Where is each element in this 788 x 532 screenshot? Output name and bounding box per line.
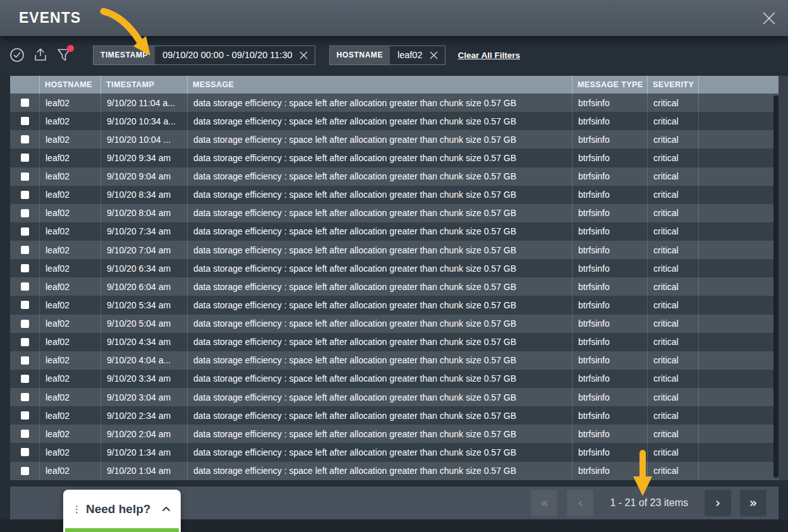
table-row: leaf029/10/20 5:04 amdata storage effici… (10, 315, 779, 333)
hostname-cell: leaf02 (39, 241, 100, 259)
timestamp-cell: 9/10/20 1:34 am (100, 443, 187, 461)
page-title: EVENTS (19, 9, 81, 27)
events-dialog: EVENTS TIMESTAMP 09/10/20 00:00 - 09/10/… (0, 0, 788, 532)
empty-cell (698, 333, 779, 351)
row-checkbox[interactable] (21, 209, 29, 217)
table-row: leaf029/10/20 1:04 amdata storage effici… (10, 462, 779, 480)
table-row: leaf029/10/20 6:34 amdata storage effici… (10, 259, 779, 277)
row-checkbox[interactable] (21, 154, 29, 162)
message-cell: data storage efficiency : space left aft… (187, 370, 572, 388)
row-checkbox[interactable] (21, 264, 29, 272)
message-cell: data storage efficiency : space left aft… (187, 186, 572, 204)
table-row: leaf029/10/20 1:34 amdata storage effici… (10, 443, 779, 461)
column-header-empty (698, 76, 779, 94)
row-select-cell (10, 296, 39, 314)
row-select-cell (10, 94, 39, 112)
next-page-button[interactable]: › (705, 490, 731, 516)
message-cell: data storage efficiency : space left aft… (187, 462, 572, 480)
row-checkbox[interactable] (21, 356, 29, 365)
empty-cell (698, 351, 779, 370)
last-page-button[interactable]: » (740, 490, 767, 516)
row-checkbox[interactable] (21, 282, 29, 291)
message-cell: data storage efficiency : space left aft… (187, 333, 572, 351)
column-header-message[interactable]: MESSAGE (187, 76, 572, 94)
filter-icon[interactable] (56, 47, 72, 63)
column-header-severity[interactable]: SEVERITY (647, 76, 698, 94)
row-checkbox[interactable] (21, 99, 29, 107)
row-select-cell (10, 370, 39, 388)
row-checkbox[interactable] (21, 467, 29, 475)
message-type-cell: btrfsinfo (572, 94, 647, 112)
first-page-button[interactable]: « (531, 490, 557, 516)
column-header-timestamp[interactable]: TIMESTAMP (100, 76, 187, 94)
row-checkbox[interactable] (21, 246, 29, 254)
row-checkbox[interactable] (21, 411, 29, 420)
row-checkbox[interactable] (21, 301, 29, 309)
row-checkbox[interactable] (21, 338, 29, 346)
row-checkbox[interactable] (21, 375, 29, 383)
table-row: leaf029/10/20 9:04 amdata storage effici… (10, 167, 779, 186)
need-help-label: Need help? (86, 502, 162, 516)
need-help-button[interactable]: ⋮ Need help? (63, 490, 181, 532)
row-checkbox[interactable] (21, 393, 29, 401)
severity-cell: critical (647, 462, 698, 480)
severity-cell: critical (647, 406, 698, 425)
message-type-cell: btrfsinfo (572, 167, 647, 186)
clear-all-filters-link[interactable]: Clear All Filters (458, 51, 521, 60)
filter-notification-badge (67, 45, 74, 52)
row-checkbox[interactable] (21, 320, 29, 328)
severity-cell: critical (647, 94, 698, 112)
row-checkbox[interactable] (21, 448, 29, 456)
row-select-cell (10, 204, 39, 222)
row-checkbox[interactable] (21, 117, 29, 125)
table-body: leaf029/10/20 11:04 a...data storage eff… (10, 94, 779, 480)
row-checkbox[interactable] (21, 172, 29, 181)
row-select-cell (10, 406, 39, 425)
hostname-cell: leaf02 (39, 333, 100, 351)
remove-timestamp-filter-icon[interactable] (299, 46, 315, 64)
empty-cell (698, 425, 779, 443)
close-icon[interactable] (761, 11, 777, 26)
table-row: leaf029/10/20 3:34 amdata storage effici… (10, 370, 779, 388)
timestamp-cell: 9/10/20 3:04 am (100, 388, 187, 406)
column-header-hostname[interactable]: HOSTNAME (39, 76, 100, 94)
filter-chip-value: leaf02 (390, 46, 429, 64)
hostname-cell: leaf02 (39, 204, 100, 222)
row-checkbox[interactable] (21, 227, 29, 236)
empty-cell (698, 370, 779, 388)
hostname-cell: leaf02 (39, 167, 100, 186)
message-cell: data storage efficiency : space left aft… (187, 204, 572, 222)
select-all-icon[interactable] (9, 47, 25, 63)
timestamp-cell: 9/10/20 8:04 am (100, 204, 187, 222)
message-type-cell: btrfsinfo (572, 425, 647, 443)
empty-cell (698, 130, 779, 148)
empty-cell (698, 167, 779, 186)
message-type-cell: btrfsinfo (572, 204, 647, 222)
message-type-cell: btrfsinfo (572, 333, 647, 351)
upload-icon[interactable] (32, 47, 49, 63)
remove-hostname-filter-icon[interactable] (429, 46, 445, 64)
message-cell: data storage efficiency : space left aft… (187, 296, 572, 314)
previous-page-button[interactable]: ‹ (567, 490, 593, 516)
message-cell: data storage efficiency : space left aft… (187, 130, 572, 148)
timestamp-cell: 9/10/20 4:34 am (100, 333, 187, 351)
row-checkbox[interactable] (21, 135, 29, 143)
row-checkbox[interactable] (21, 430, 29, 438)
column-header-message-type[interactable]: MESSAGE TYPE (572, 76, 647, 94)
message-type-cell: btrfsinfo (572, 370, 647, 388)
severity-cell: critical (647, 186, 698, 204)
hostname-cell: leaf02 (39, 222, 100, 241)
timestamp-cell: 9/10/20 9:04 am (100, 167, 187, 186)
timestamp-cell: 9/10/20 8:34 am (100, 186, 187, 204)
table-row: leaf029/10/20 10:04 ...data storage effi… (10, 130, 779, 148)
severity-cell: critical (647, 425, 698, 443)
row-checkbox[interactable] (21, 191, 29, 199)
message-type-cell: btrfsinfo (572, 443, 647, 461)
vertical-scrollbar[interactable] (773, 95, 779, 478)
empty-cell (698, 186, 779, 204)
empty-cell (698, 241, 779, 259)
timestamp-cell: 9/10/20 7:34 am (100, 222, 187, 241)
message-type-cell: btrfsinfo (572, 222, 647, 241)
timestamp-cell: 9/10/20 5:34 am (100, 296, 187, 314)
message-cell: data storage efficiency : space left aft… (187, 425, 572, 443)
